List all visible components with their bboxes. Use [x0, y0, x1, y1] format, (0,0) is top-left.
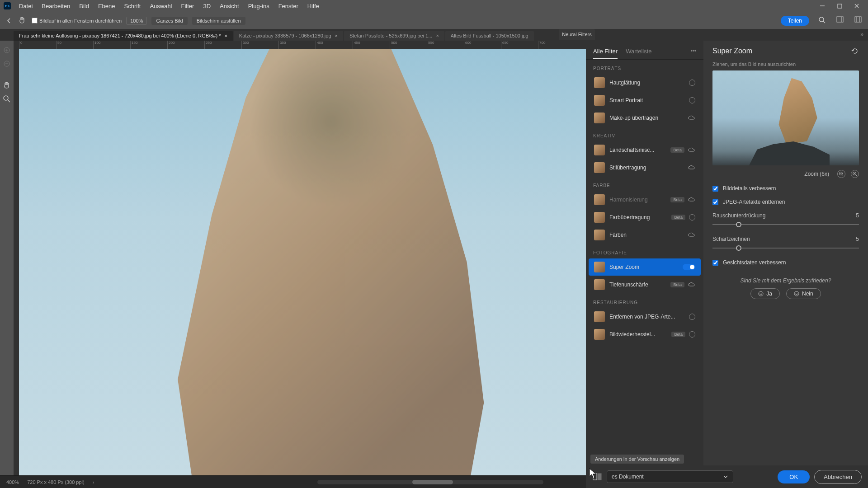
doc-tab-0[interactable]: Frau sehr kleine Auflösung - pixabay 186… [14, 31, 233, 41]
cancel-button[interactable]: Abbrechen [814, 470, 862, 484]
tab-warteliste[interactable]: Warteliste [626, 48, 651, 59]
filter-landscape[interactable]: Landschaftsmisc...Beta [589, 141, 701, 159]
tab-close-icon[interactable]: × [224, 33, 227, 38]
zoom-out-icon[interactable] [837, 170, 845, 178]
zoom-tool-icon[interactable] [2, 94, 12, 104]
canvas[interactable] [19, 49, 586, 475]
filter-smart-portrait[interactable]: Smart Portrait [589, 92, 701, 109]
back-icon[interactable] [5, 16, 14, 25]
toggle-on-icon[interactable] [683, 264, 695, 270]
sharpen-label: Scharfzeichnen [712, 236, 750, 242]
filter-harmonisierung[interactable]: HarmonisierungBeta [589, 191, 701, 208]
toggle-icon[interactable] [689, 331, 695, 338]
doc-tab-1[interactable]: Katze - pixabay 3336579 - 1066x1280.jpg× [234, 31, 343, 41]
menu-ebene[interactable]: Ebene [94, 3, 120, 9]
window-close-icon[interactable] [853, 2, 861, 10]
neural-filters-tab[interactable]: Neural Filters [559, 29, 595, 40]
menu-bearbeiten[interactable]: Bearbeiten [37, 3, 75, 9]
output-select[interactable]: es Dokument [607, 470, 733, 483]
feedback-yes-button[interactable]: Ja [750, 288, 780, 299]
horizontal-scrollbar[interactable] [317, 480, 543, 484]
search-icon[interactable] [818, 16, 827, 25]
filter-tiefenunschaerfe[interactable]: TiefenunschärfeBeta [589, 276, 701, 293]
toggle-icon[interactable] [689, 314, 695, 320]
filter-hautglaettung[interactable]: Hautglättung [589, 74, 701, 91]
svg-rect-8 [855, 17, 861, 22]
menu-ansicht[interactable]: Ansicht [215, 3, 244, 9]
svg-point-16 [4, 96, 8, 100]
filter-bildwiederherstellung[interactable]: Bildwiederherstel...Beta [589, 326, 701, 343]
status-chevron-icon[interactable]: › [93, 479, 94, 485]
doc-tab-3[interactable]: Altes Bild Fussball - 1050x1500.jpg [445, 31, 534, 41]
menu-bild[interactable]: Bild [75, 3, 94, 9]
zoom-field[interactable]: 100% [126, 17, 147, 25]
zoom-in-icon[interactable] [851, 170, 859, 178]
filter-super-zoom[interactable]: Super Zoom [589, 258, 701, 276]
cloud-icon[interactable] [688, 165, 695, 170]
noise-label: Rauschunterdrückung [712, 212, 765, 219]
menu-3d[interactable]: 3D [198, 3, 215, 9]
undo-icon[interactable] [851, 47, 859, 55]
filter-faerben[interactable]: Färben [589, 226, 701, 244]
panel-more-icon[interactable]: ••• [690, 48, 696, 59]
preview-image[interactable] [712, 70, 859, 165]
feedback-no-button[interactable]: Nein [786, 288, 821, 299]
tab-close-icon[interactable]: × [335, 33, 338, 38]
filter-farbuebertragung[interactable]: FarbübertragungBeta [589, 209, 701, 226]
filter-jpeg-artefakte[interactable]: Entfernen von JPEG-Arte... [589, 308, 701, 325]
doc-tab-2[interactable]: Stefan Passfoto - 525x699.jpg bei 1...× [344, 31, 444, 41]
share-button[interactable]: Teilen [781, 16, 809, 26]
noise-slider[interactable] [712, 221, 859, 229]
menu-hilfe[interactable]: Hilfe [303, 3, 324, 9]
ok-button[interactable]: OK [778, 470, 810, 483]
cloud-icon[interactable] [688, 197, 695, 202]
minus-icon[interactable] [2, 59, 12, 69]
doc-tab-label: Frau sehr kleine Auflösung - pixabay 186… [19, 33, 221, 38]
menu-auswahl[interactable]: Auswahl [145, 3, 176, 9]
svg-point-29 [795, 293, 796, 293]
fill-button[interactable]: Bildschirm ausfüllen [192, 17, 245, 25]
cloud-icon[interactable] [688, 115, 695, 121]
toggle-icon[interactable] [689, 97, 695, 103]
before-after-icon[interactable]: Änderungen in der Vorschau anzeigen [592, 472, 602, 482]
svg-line-19 [842, 175, 844, 176]
hand-tool-icon[interactable] [2, 80, 12, 90]
cloud-icon[interactable] [688, 282, 695, 287]
category-kreativ: KREATIV [586, 127, 703, 141]
window-maximize-icon[interactable] [835, 2, 844, 10]
remove-jpeg-checkbox[interactable]: JPEG-Artefakte entfernen [712, 199, 859, 205]
menu-filter[interactable]: Filter [177, 3, 199, 9]
fit-button[interactable]: Ganzes Bild [151, 17, 187, 25]
svg-rect-6 [837, 17, 843, 22]
menu-schrift[interactable]: Schrift [120, 3, 146, 9]
hand-tool-icon[interactable] [18, 16, 27, 25]
face-data-checkbox[interactable]: Gesichtsdaten verbessern [712, 259, 859, 266]
beta-badge: Beta [670, 147, 684, 153]
cloud-icon[interactable] [688, 232, 695, 238]
toggle-icon[interactable] [689, 214, 695, 221]
tab-alle-filter[interactable]: Alle Filter [593, 48, 618, 59]
status-zoom[interactable]: 400% [6, 479, 19, 485]
menu-plugins[interactable]: Plug-ins [244, 3, 274, 9]
window-minimize-icon[interactable] [818, 2, 826, 10]
svg-point-30 [797, 293, 797, 293]
sharpen-slider[interactable] [712, 244, 859, 252]
cloud-icon[interactable] [688, 147, 695, 153]
filter-makeup[interactable]: Make-up übertragen [589, 109, 701, 127]
feedback-question: Sind Sie mit dem Ergebnis zufrieden? [712, 277, 859, 284]
layout-icon-2[interactable] [854, 16, 863, 25]
tab-overflow-icon[interactable]: » [860, 31, 863, 38]
status-info: 720 Px x 480 Px (300 ppi) [27, 479, 85, 485]
menu-datei[interactable]: Datei [14, 3, 37, 9]
toggle-icon[interactable] [689, 80, 695, 86]
scroll-all-windows-checkbox[interactable]: Bildlauf in allen Fenstern durchführen [32, 18, 122, 23]
svg-point-25 [759, 291, 763, 296]
menu-fenster[interactable]: Fenster [274, 3, 303, 9]
enhance-details-checkbox[interactable]: Bilddetails verbessern [712, 185, 859, 192]
filter-stil[interactable]: Stilübertragung [589, 159, 701, 176]
plus-icon[interactable] [2, 45, 12, 55]
checkbox-label: Bilddetails verbessern [723, 185, 776, 192]
tab-close-icon[interactable]: × [436, 33, 439, 38]
layout-icon-1[interactable] [836, 16, 845, 25]
filter-label: Landschaftsmisc... [609, 147, 670, 153]
